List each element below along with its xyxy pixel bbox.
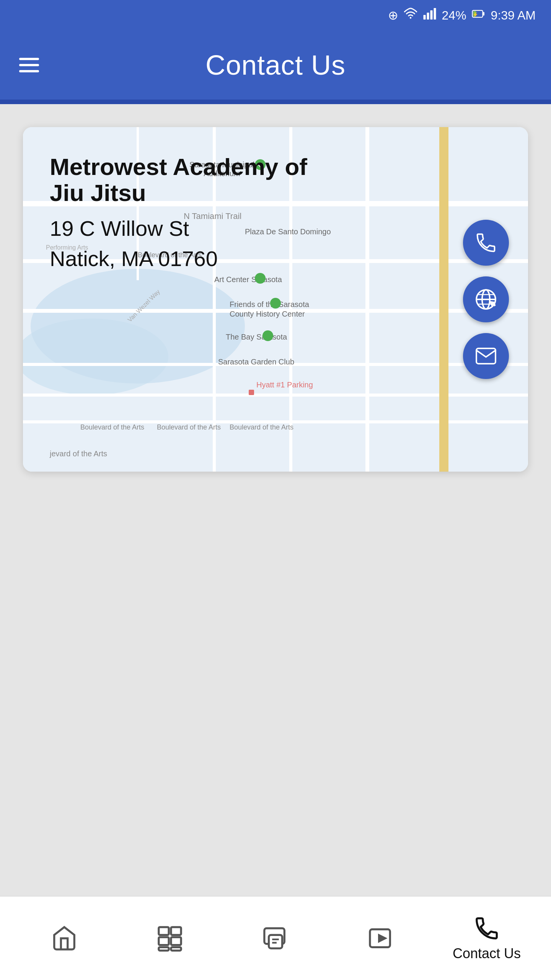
svg-rect-53 <box>171 927 181 935</box>
contact-nav-label: Contact Us <box>453 946 521 962</box>
nav-item-schedule[interactable] <box>117 925 223 952</box>
svg-rect-51 <box>476 348 496 364</box>
nav-item-video[interactable] <box>328 925 434 952</box>
svg-rect-54 <box>159 937 169 945</box>
svg-rect-4 <box>434 8 436 20</box>
globe-icon <box>474 288 497 311</box>
video-icon <box>368 925 395 952</box>
chat-icon <box>262 925 289 952</box>
academy-name: Metrowest Academy of Jiu Jitsu <box>50 154 346 206</box>
status-bar: ⊕ 24% ⚡ 9:39 <box>0 0 551 31</box>
svg-rect-59 <box>269 935 282 948</box>
home-icon <box>51 925 78 952</box>
nav-item-contact[interactable]: Contact Us <box>434 915 540 962</box>
svg-rect-57 <box>171 947 181 951</box>
battery-percentage: 24% <box>442 8 466 23</box>
battery-icon: ⚡ <box>472 7 486 24</box>
page-title: Contact Us <box>205 49 346 81</box>
bottom-navigation: Contact Us <box>0 896 551 980</box>
svg-text:⚡: ⚡ <box>472 11 478 17</box>
email-icon <box>474 345 497 368</box>
svg-rect-3 <box>430 10 432 20</box>
action-buttons <box>463 220 509 379</box>
svg-marker-63 <box>379 935 386 942</box>
phone-nav-icon <box>473 915 500 942</box>
academy-address: 19 C Willow St Natick, MA 01760 <box>50 214 346 274</box>
address-line2: Natick, MA 01760 <box>50 244 346 274</box>
svg-rect-55 <box>171 937 181 945</box>
address-line1: 19 C Willow St <box>50 214 346 243</box>
nav-item-home[interactable] <box>11 925 117 952</box>
menu-button[interactable] <box>19 58 39 72</box>
contact-card: N Tamiami Trail Boulevard of the Arts Bo… <box>23 127 528 472</box>
signal-icon <box>423 7 437 24</box>
email-button[interactable] <box>463 333 509 379</box>
wifi-icon <box>404 7 417 24</box>
svg-rect-56 <box>159 947 169 951</box>
svg-rect-1 <box>423 15 425 20</box>
svg-point-0 <box>409 17 411 19</box>
header-divider <box>0 100 551 104</box>
app-header: Contact Us <box>0 31 551 100</box>
main-content: N Tamiami Trail Boulevard of the Arts Bo… <box>0 104 551 472</box>
phone-button[interactable] <box>463 220 509 266</box>
schedule-icon <box>156 925 183 952</box>
svg-rect-6 <box>483 12 484 16</box>
sync-icon: ⊕ <box>388 8 398 23</box>
card-content: Metrowest Academy of Jiu Jitsu 19 C Will… <box>23 127 528 472</box>
svg-rect-52 <box>159 927 169 935</box>
phone-icon <box>474 231 497 254</box>
time-display: 9:39 AM <box>491 8 536 23</box>
website-button[interactable] <box>463 276 509 322</box>
svg-rect-2 <box>427 13 429 20</box>
nav-item-chat[interactable] <box>223 925 328 952</box>
